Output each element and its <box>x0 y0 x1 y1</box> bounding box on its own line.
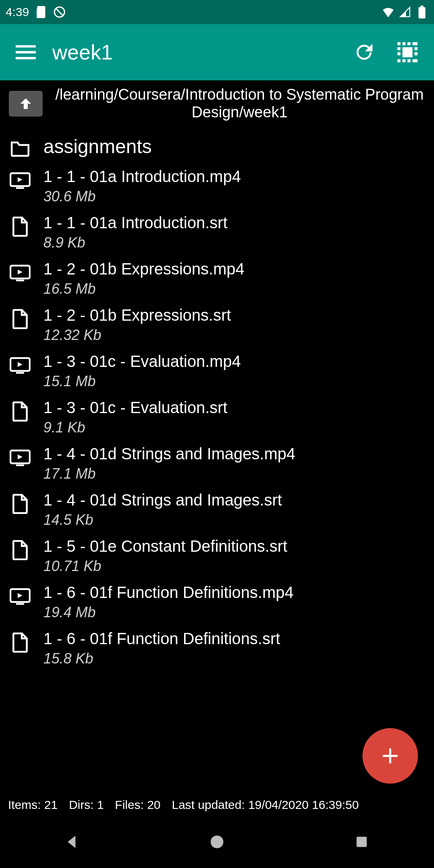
svg-rect-8 <box>403 42 406 45</box>
file-name: 1 - 1 - 01a Introduction.srt <box>43 214 227 232</box>
file-icon <box>10 309 31 330</box>
file-row[interactable]: 1 - 6 - 01f Function Definitions.srt15.8… <box>10 621 424 667</box>
file-list[interactable]: assignments 1 - 1 - 01a Introduction.mp4… <box>0 127 434 792</box>
file-name: 1 - 3 - 01c - Evaluation.mp4 <box>43 352 241 371</box>
status-footer: Items: 21 Dirs: 1 Files: 20 Last updated… <box>0 792 434 816</box>
svg-rect-19 <box>415 59 418 63</box>
video-icon <box>10 447 31 468</box>
file-row[interactable]: 1 - 3 - 01c - Evaluation.srt9.1 Kb <box>10 390 424 436</box>
file-size: 16.5 Mb <box>43 280 244 297</box>
svg-rect-7 <box>397 42 401 45</box>
file-row[interactable]: 1 - 1 - 01a Introduction.srt8.9 Kb <box>10 205 424 251</box>
page-title: week1 <box>52 40 340 64</box>
svg-rect-34 <box>356 837 366 847</box>
menu-button[interactable] <box>7 34 44 71</box>
folder-row[interactable]: assignments <box>10 127 424 159</box>
select-all-button[interactable] <box>388 33 427 72</box>
sd-card-icon <box>35 6 47 18</box>
file-size: 17.1 Mb <box>43 465 295 482</box>
file-icon <box>10 540 31 561</box>
add-fab[interactable] <box>362 728 418 784</box>
video-icon <box>10 355 31 376</box>
file-row[interactable]: 1 - 1 - 01a Introduction.mp430.6 Mb <box>10 159 424 205</box>
folder-icon <box>10 138 31 159</box>
dnd-icon <box>53 6 66 18</box>
svg-rect-20 <box>415 52 418 55</box>
svg-rect-21 <box>415 42 418 45</box>
svg-rect-1 <box>420 6 423 7</box>
svg-rect-9 <box>407 42 411 45</box>
file-icon <box>10 632 31 653</box>
file-name: 1 - 4 - 01d Strings and Images.srt <box>43 491 282 509</box>
footer-dirs: Dirs: 1 <box>69 798 104 812</box>
file-row[interactable]: 1 - 6 - 01f Function Definitions.mp419.4… <box>10 575 424 621</box>
file-row[interactable]: 1 - 5 - 01e Constant Definitions.srt10.7… <box>10 528 424 575</box>
file-size: 12.32 Kb <box>43 327 231 344</box>
svg-rect-13 <box>397 52 401 55</box>
svg-point-33 <box>211 835 223 848</box>
file-name: 1 - 5 - 01e Constant Definitions.srt <box>43 537 287 555</box>
video-icon <box>10 170 31 191</box>
file-name: 1 - 4 - 01d Strings and Images.mp4 <box>43 445 295 463</box>
wifi-icon <box>382 6 395 18</box>
up-button[interactable] <box>9 91 43 117</box>
video-icon <box>10 586 31 607</box>
footer-files: Files: 20 <box>115 798 160 812</box>
file-size: 15.8 Kb <box>43 650 280 667</box>
nav-bar <box>0 816 434 868</box>
file-size: 10.71 Kb <box>43 558 287 575</box>
footer-items: Items: 21 <box>8 798 57 812</box>
file-icon <box>10 401 31 422</box>
app-bar: week1 <box>0 24 434 80</box>
file-size: 30.6 Mb <box>43 188 241 205</box>
svg-rect-2 <box>418 7 425 18</box>
svg-rect-14 <box>415 47 418 51</box>
file-row[interactable]: 1 - 3 - 01c - Evaluation.mp415.1 Mb <box>10 344 424 390</box>
breadcrumb-row: /learning/Coursera/Introduction to Syste… <box>0 80 434 127</box>
nav-recent-button[interactable] <box>350 830 374 854</box>
file-name: 1 - 2 - 01b Expressions.mp4 <box>43 260 244 278</box>
file-size: 8.9 Kb <box>43 234 227 251</box>
file-row[interactable]: 1 - 4 - 01d Strings and Images.mp417.1 M… <box>10 436 424 482</box>
file-name: 1 - 6 - 01f Function Definitions.mp4 <box>43 583 294 602</box>
breadcrumb[interactable]: /learning/Coursera/Introduction to Syste… <box>53 86 426 121</box>
svg-rect-11 <box>397 47 401 51</box>
file-icon <box>10 216 31 237</box>
signal-icon <box>399 6 411 18</box>
file-row[interactable]: 1 - 4 - 01d Strings and Images.srt14.5 K… <box>10 482 424 528</box>
svg-rect-16 <box>403 59 406 63</box>
status-time: 4:39 <box>6 5 29 19</box>
svg-rect-6 <box>403 47 413 57</box>
battery-icon <box>416 6 428 18</box>
footer-updated: Last updated: 19/04/2020 16:39:50 <box>172 798 359 812</box>
file-name: 1 - 2 - 01b Expressions.srt <box>43 306 231 324</box>
video-icon <box>10 262 31 283</box>
file-name: 1 - 1 - 01a Introduction.mp4 <box>43 168 241 186</box>
file-size: 19.4 Mb <box>43 604 294 621</box>
file-name: 1 - 6 - 01f Function Definitions.srt <box>43 630 280 648</box>
file-size: 14.5 Kb <box>43 512 282 528</box>
file-row[interactable]: 1 - 2 - 01b Expressions.srt12.32 Kb <box>10 297 424 344</box>
folder-name: assignments <box>43 135 151 158</box>
file-size: 9.1 Kb <box>43 419 227 436</box>
file-row[interactable]: 1 - 2 - 01b Expressions.mp416.5 Mb <box>10 251 424 297</box>
status-bar: 4:39 <box>0 0 434 24</box>
file-size: 15.1 Mb <box>43 373 241 390</box>
nav-home-button[interactable] <box>205 830 229 854</box>
nav-back-button[interactable] <box>60 830 84 854</box>
svg-rect-17 <box>407 59 411 63</box>
file-icon <box>10 493 31 514</box>
file-name: 1 - 3 - 01c - Evaluation.srt <box>43 399 227 417</box>
refresh-button[interactable] <box>345 33 383 72</box>
